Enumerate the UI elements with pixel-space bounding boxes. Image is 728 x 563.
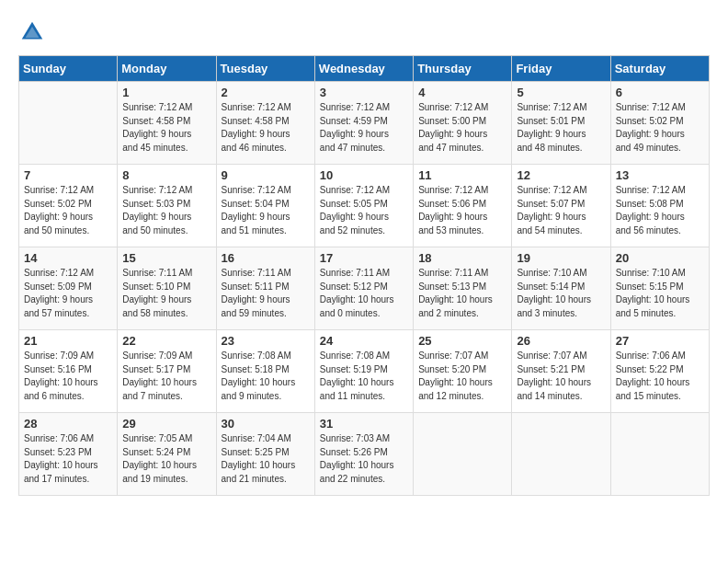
day-info: Sunrise: 7:09 AMSunset: 5:17 PMDaylight:… bbox=[122, 350, 210, 403]
day-number: 1 bbox=[122, 86, 210, 99]
day-number: 8 bbox=[122, 168, 210, 182]
page-header bbox=[18, 18, 710, 46]
day-of-week-header: Sunday bbox=[19, 56, 118, 82]
calendar-week-row: 14Sunrise: 7:12 AMSunset: 5:09 PMDayligh… bbox=[19, 247, 710, 330]
calendar-week-row: 1Sunrise: 7:12 AMSunset: 4:58 PMDaylight… bbox=[19, 82, 710, 165]
day-number: 23 bbox=[222, 334, 310, 348]
day-info: Sunrise: 7:11 AMSunset: 5:10 PMDaylight:… bbox=[122, 267, 210, 320]
day-number: 20 bbox=[616, 251, 704, 265]
calendar-cell: 12Sunrise: 7:12 AMSunset: 5:07 PMDayligh… bbox=[512, 165, 610, 247]
day-number: 2 bbox=[222, 86, 310, 99]
day-info: Sunrise: 7:08 AMSunset: 5:19 PMDaylight:… bbox=[320, 350, 408, 403]
day-number: 28 bbox=[24, 417, 112, 431]
day-number: 25 bbox=[418, 334, 506, 348]
calendar-cell: 23Sunrise: 7:08 AMSunset: 5:18 PMDayligh… bbox=[216, 330, 314, 413]
day-info: Sunrise: 7:10 AMSunset: 5:14 PMDaylight:… bbox=[517, 267, 605, 320]
calendar-cell: 13Sunrise: 7:12 AMSunset: 5:08 PMDayligh… bbox=[610, 165, 709, 247]
day-info: Sunrise: 7:11 AMSunset: 5:11 PMDaylight:… bbox=[222, 267, 310, 320]
day-number: 11 bbox=[418, 168, 506, 182]
day-of-week-header: Wednesday bbox=[314, 56, 413, 82]
calendar-week-row: 21Sunrise: 7:09 AMSunset: 5:16 PMDayligh… bbox=[19, 330, 710, 413]
day-number: 7 bbox=[24, 168, 112, 182]
calendar-cell: 31Sunrise: 7:03 AMSunset: 5:26 PMDayligh… bbox=[314, 413, 413, 496]
day-number: 31 bbox=[320, 417, 408, 431]
day-info: Sunrise: 7:05 AMSunset: 5:24 PMDaylight:… bbox=[122, 432, 210, 486]
calendar-cell bbox=[512, 413, 610, 496]
day-number: 10 bbox=[320, 168, 408, 182]
day-number: 17 bbox=[320, 251, 408, 265]
day-number: 24 bbox=[320, 334, 408, 348]
calendar-cell: 3Sunrise: 7:12 AMSunset: 4:59 PMDaylight… bbox=[314, 82, 413, 165]
calendar-cell: 21Sunrise: 7:09 AMSunset: 5:16 PMDayligh… bbox=[19, 330, 118, 413]
day-number: 22 bbox=[122, 334, 210, 348]
day-info: Sunrise: 7:10 AMSunset: 5:15 PMDaylight:… bbox=[616, 267, 704, 320]
calendar-cell: 30Sunrise: 7:04 AMSunset: 5:25 PMDayligh… bbox=[216, 413, 314, 496]
day-number: 5 bbox=[517, 86, 605, 99]
day-number: 12 bbox=[517, 168, 605, 182]
calendar-cell: 17Sunrise: 7:11 AMSunset: 5:12 PMDayligh… bbox=[314, 247, 413, 330]
calendar-cell: 28Sunrise: 7:06 AMSunset: 5:23 PMDayligh… bbox=[19, 413, 118, 496]
day-info: Sunrise: 7:08 AMSunset: 5:18 PMDaylight:… bbox=[222, 350, 310, 403]
day-of-week-header: Thursday bbox=[414, 56, 512, 82]
day-info: Sunrise: 7:06 AMSunset: 5:22 PMDaylight:… bbox=[616, 350, 704, 403]
day-of-week-header: Monday bbox=[118, 56, 216, 82]
calendar-cell: 11Sunrise: 7:12 AMSunset: 5:06 PMDayligh… bbox=[414, 165, 512, 247]
day-info: Sunrise: 7:12 AMSunset: 5:00 PMDaylight:… bbox=[418, 101, 506, 155]
calendar-cell: 27Sunrise: 7:06 AMSunset: 5:22 PMDayligh… bbox=[610, 330, 709, 413]
day-of-week-header: Saturday bbox=[610, 56, 709, 82]
day-number: 3 bbox=[320, 86, 408, 99]
day-info: Sunrise: 7:12 AMSunset: 5:01 PMDaylight:… bbox=[517, 101, 605, 155]
day-number: 6 bbox=[616, 86, 704, 99]
day-number: 13 bbox=[616, 168, 704, 182]
day-info: Sunrise: 7:12 AMSunset: 5:02 PMDaylight:… bbox=[616, 101, 704, 155]
day-info: Sunrise: 7:11 AMSunset: 5:13 PMDaylight:… bbox=[418, 267, 506, 320]
logo-icon bbox=[18, 18, 46, 46]
day-number: 27 bbox=[616, 334, 704, 348]
day-info: Sunrise: 7:09 AMSunset: 5:16 PMDaylight:… bbox=[24, 350, 112, 403]
day-info: Sunrise: 7:12 AMSunset: 4:58 PMDaylight:… bbox=[222, 101, 310, 155]
day-number: 30 bbox=[222, 417, 310, 431]
day-number: 15 bbox=[122, 251, 210, 265]
calendar-cell: 10Sunrise: 7:12 AMSunset: 5:05 PMDayligh… bbox=[314, 165, 413, 247]
day-info: Sunrise: 7:12 AMSunset: 5:04 PMDaylight:… bbox=[222, 184, 310, 237]
day-info: Sunrise: 7:12 AMSunset: 5:08 PMDaylight:… bbox=[616, 184, 704, 237]
calendar-cell: 5Sunrise: 7:12 AMSunset: 5:01 PMDaylight… bbox=[512, 82, 610, 165]
day-number: 14 bbox=[24, 251, 112, 265]
day-info: Sunrise: 7:12 AMSunset: 5:07 PMDaylight:… bbox=[517, 184, 605, 237]
day-of-week-header: Friday bbox=[512, 56, 610, 82]
calendar-week-row: 28Sunrise: 7:06 AMSunset: 5:23 PMDayligh… bbox=[19, 413, 710, 496]
day-number: 21 bbox=[24, 334, 112, 348]
day-number: 18 bbox=[418, 251, 506, 265]
calendar-week-row: 7Sunrise: 7:12 AMSunset: 5:02 PMDaylight… bbox=[19, 165, 710, 247]
calendar-cell: 6Sunrise: 7:12 AMSunset: 5:02 PMDaylight… bbox=[610, 82, 709, 165]
calendar-cell: 2Sunrise: 7:12 AMSunset: 4:58 PMDaylight… bbox=[216, 82, 314, 165]
day-info: Sunrise: 7:03 AMSunset: 5:26 PMDaylight:… bbox=[320, 432, 408, 486]
calendar-cell: 7Sunrise: 7:12 AMSunset: 5:02 PMDaylight… bbox=[19, 165, 118, 247]
calendar-cell: 9Sunrise: 7:12 AMSunset: 5:04 PMDaylight… bbox=[216, 165, 314, 247]
calendar-header-row: SundayMondayTuesdayWednesdayThursdayFrid… bbox=[19, 56, 710, 82]
calendar-cell: 16Sunrise: 7:11 AMSunset: 5:11 PMDayligh… bbox=[216, 247, 314, 330]
day-info: Sunrise: 7:12 AMSunset: 5:06 PMDaylight:… bbox=[418, 184, 506, 237]
calendar-cell: 26Sunrise: 7:07 AMSunset: 5:21 PMDayligh… bbox=[512, 330, 610, 413]
calendar-cell: 1Sunrise: 7:12 AMSunset: 4:58 PMDaylight… bbox=[118, 82, 216, 165]
calendar-cell: 29Sunrise: 7:05 AMSunset: 5:24 PMDayligh… bbox=[118, 413, 216, 496]
day-info: Sunrise: 7:07 AMSunset: 5:21 PMDaylight:… bbox=[517, 350, 605, 403]
calendar-cell: 24Sunrise: 7:08 AMSunset: 5:19 PMDayligh… bbox=[314, 330, 413, 413]
day-info: Sunrise: 7:04 AMSunset: 5:25 PMDaylight:… bbox=[222, 432, 310, 486]
day-info: Sunrise: 7:12 AMSunset: 5:03 PMDaylight:… bbox=[122, 184, 210, 237]
day-info: Sunrise: 7:12 AMSunset: 5:02 PMDaylight:… bbox=[24, 184, 112, 237]
day-info: Sunrise: 7:07 AMSunset: 5:20 PMDaylight:… bbox=[418, 350, 506, 403]
calendar-cell: 22Sunrise: 7:09 AMSunset: 5:17 PMDayligh… bbox=[118, 330, 216, 413]
day-number: 9 bbox=[222, 168, 310, 182]
calendar-cell bbox=[19, 82, 118, 165]
calendar-cell: 15Sunrise: 7:11 AMSunset: 5:10 PMDayligh… bbox=[118, 247, 216, 330]
day-number: 29 bbox=[122, 417, 210, 431]
calendar-cell: 25Sunrise: 7:07 AMSunset: 5:20 PMDayligh… bbox=[414, 330, 512, 413]
calendar-cell bbox=[610, 413, 709, 496]
day-number: 4 bbox=[418, 86, 506, 99]
calendar-cell: 4Sunrise: 7:12 AMSunset: 5:00 PMDaylight… bbox=[414, 82, 512, 165]
day-number: 26 bbox=[517, 334, 605, 348]
calendar-cell: 14Sunrise: 7:12 AMSunset: 5:09 PMDayligh… bbox=[19, 247, 118, 330]
day-info: Sunrise: 7:06 AMSunset: 5:23 PMDaylight:… bbox=[24, 432, 112, 486]
day-number: 16 bbox=[222, 251, 310, 265]
